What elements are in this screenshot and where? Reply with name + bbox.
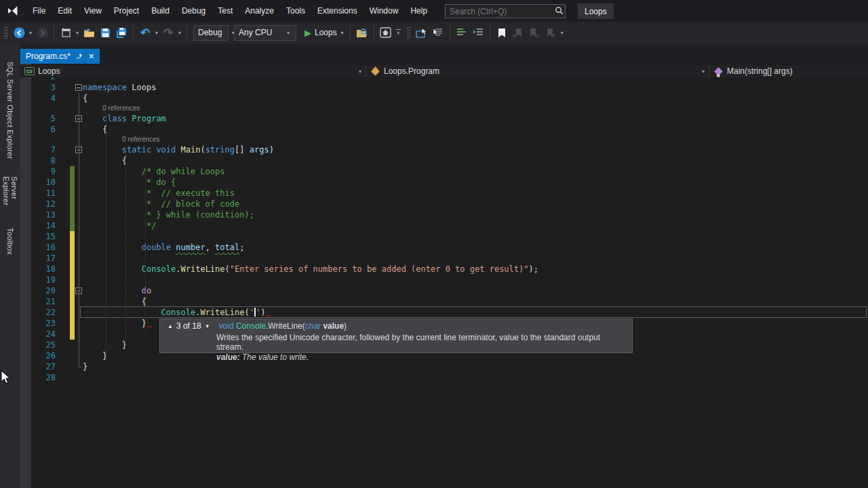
navigate-forward-button[interactable] <box>35 24 50 41</box>
outlining-line <box>79 93 79 367</box>
line-number: 19 <box>34 274 56 285</box>
redo-dropdown[interactable]: ▾ <box>176 30 183 36</box>
solution-name-chip[interactable]: Loops <box>578 3 614 19</box>
code-line[interactable]: 11 * // execute this <box>20 188 868 199</box>
code-line[interactable]: 10 * do { <box>20 177 868 188</box>
code-line[interactable]: 28 <box>20 372 868 383</box>
change-tracking-bar <box>70 307 75 318</box>
web-browser-button[interactable] <box>378 24 393 41</box>
menu-item-analyze[interactable]: Analyze <box>239 0 280 22</box>
menu-item-window[interactable]: Window <box>363 0 405 22</box>
menu-item-view[interactable]: View <box>78 0 108 22</box>
signature-previous-arrow[interactable]: ▲ <box>165 323 175 329</box>
code-line[interactable]: 18 Console.WriteLine("Enter series of nu… <box>20 264 868 274</box>
code-line[interactable]: 12 * // block of code <box>20 199 868 209</box>
save-all-button[interactable] <box>114 24 129 41</box>
code-line[interactable]: 22 Console.WriteLine('')~ <box>20 307 868 318</box>
code-line[interactable]: 15 <box>20 231 868 242</box>
undo-button[interactable]: ↶ <box>138 24 153 41</box>
menu-item-edit[interactable]: Edit <box>52 0 78 22</box>
solution-platform-dropdown[interactable]: Any CPU▾ <box>234 25 296 41</box>
quick-search-box[interactable] <box>445 4 566 18</box>
line-number: 22 <box>34 307 56 318</box>
code-line[interactable]: 5− class Program <box>20 113 868 124</box>
sidebar-tab-toolbox[interactable]: Toolbox <box>0 224 20 253</box>
redo-button[interactable]: ↷ <box>161 24 176 41</box>
start-debugging-button[interactable]: ▶ Loops ▾ <box>304 24 346 41</box>
indent-guide <box>106 104 106 360</box>
code-line[interactable]: 9 /* do while Loops <box>20 166 868 177</box>
method-icon <box>713 68 724 75</box>
member-dropdown[interactable]: Main(string[] args) <box>709 65 868 77</box>
menu-item-test[interactable]: Test <box>212 0 239 22</box>
code-text: namespace Loops <box>83 82 156 93</box>
line-number: 9 <box>34 166 56 177</box>
toggle-bookmark-button[interactable] <box>494 24 509 41</box>
chevron-down-icon: ▾ <box>353 68 361 75</box>
select-lines-button[interactable] <box>431 24 446 41</box>
codelens-references-link[interactable]: 0 references <box>102 104 140 113</box>
menu-item-help[interactable]: Help <box>404 0 433 22</box>
code-line[interactable]: 20− do <box>20 285 868 296</box>
menu-item-extensions[interactable]: Extensions <box>311 0 363 22</box>
code-line[interactable]: 17 <box>20 253 868 264</box>
type-dropdown[interactable]: Loops.Program ▾ <box>366 65 709 77</box>
sidebar-tab-server-explorer[interactable]: Server Explorer <box>0 172 20 220</box>
undo-dropdown[interactable]: ▾ <box>153 30 160 36</box>
collapse-region-button[interactable]: − <box>75 84 82 91</box>
navigate-back-button[interactable] <box>12 24 26 41</box>
signature-next-arrow[interactable]: ▼ <box>203 323 212 329</box>
open-file-button[interactable] <box>81 24 96 41</box>
code-line[interactable]: 6 { <box>20 124 868 135</box>
menu-item-debug[interactable]: Debug <box>176 0 212 22</box>
code-line[interactable]: 14 */ <box>20 220 868 231</box>
codelens-row[interactable]: 0 references <box>20 135 868 144</box>
code-line[interactable]: 8 { <box>20 155 868 166</box>
line-number: 16 <box>34 242 56 253</box>
new-project-button[interactable] <box>58 24 73 41</box>
code-line[interactable]: 19 <box>20 274 868 285</box>
toolbar-grip-handle[interactable] <box>4 26 8 39</box>
menu-item-tools[interactable]: Tools <box>280 0 311 22</box>
next-bookmark-button[interactable] <box>527 24 542 41</box>
menu-item-build[interactable]: Build <box>145 0 176 22</box>
go-to-edit-location-button[interactable] <box>414 24 429 41</box>
project-dropdown[interactable]: C# Loops ▾ <box>20 65 366 77</box>
menu-item-project[interactable]: Project <box>108 0 145 22</box>
save-button[interactable] <box>98 24 113 41</box>
code-line[interactable]: 7− static void Main(string[] args) <box>20 144 868 155</box>
search-icon[interactable] <box>555 5 564 18</box>
code-line[interactable]: 4{ <box>20 93 868 104</box>
pin-icon[interactable] <box>76 53 83 60</box>
new-project-dropdown[interactable]: ▾ <box>74 30 81 36</box>
code-editor[interactable]: 23−namespace Loops4{0 references5− class… <box>20 64 868 488</box>
standard-toolbar: ▾ ▾ ↶ ▾ ↷ ▾ Debug▾ Any CPU▾ ▶ L <box>0 22 868 43</box>
start-dropdown[interactable]: ▾ <box>339 30 346 36</box>
previous-bookmark-button[interactable] <box>511 24 526 41</box>
comment-lines-button[interactable] <box>454 24 469 41</box>
code-line[interactable]: 13 * } while (condition); <box>20 209 868 220</box>
toolbar-grip-handle[interactable] <box>407 26 411 39</box>
navigate-back-dropdown[interactable]: ▾ <box>27 30 34 36</box>
visual-studio-logo-icon <box>6 5 21 17</box>
toolbar-overflow-button[interactable]: ▾ <box>396 29 401 36</box>
bookmark-overflow-dropdown[interactable]: ▾ <box>559 30 566 36</box>
codelens-references-link[interactable]: 0 references <box>122 135 160 144</box>
play-icon: ▶ <box>304 28 311 38</box>
find-in-files-button[interactable] <box>355 24 370 41</box>
menu-item-file[interactable]: File <box>26 0 52 22</box>
close-icon[interactable]: ✕ <box>88 52 94 61</box>
sidebar-tab-sql-server-object-explorer[interactable]: SQL Server Object Explorer <box>0 58 20 165</box>
clear-bookmarks-button[interactable] <box>543 24 558 41</box>
solution-configuration-dropdown[interactable]: Debug▾ <box>193 25 229 41</box>
code-line[interactable]: 21 { <box>20 296 868 307</box>
search-input[interactable] <box>450 7 555 16</box>
uncomment-lines-button[interactable] <box>471 24 486 41</box>
code-line[interactable]: 3−namespace Loops <box>20 82 868 93</box>
signature-help-tooltip: ▲ 3 of 18 ▼ void Console.WriteLine(char … <box>159 319 633 353</box>
code-line[interactable]: 27} <box>20 361 868 372</box>
line-number: 20 <box>34 285 56 296</box>
code-line[interactable]: 16 double number, total; <box>20 242 868 253</box>
codelens-row[interactable]: 0 references <box>20 104 868 113</box>
tab-program-cs[interactable]: Program.cs* ✕ <box>20 49 100 64</box>
